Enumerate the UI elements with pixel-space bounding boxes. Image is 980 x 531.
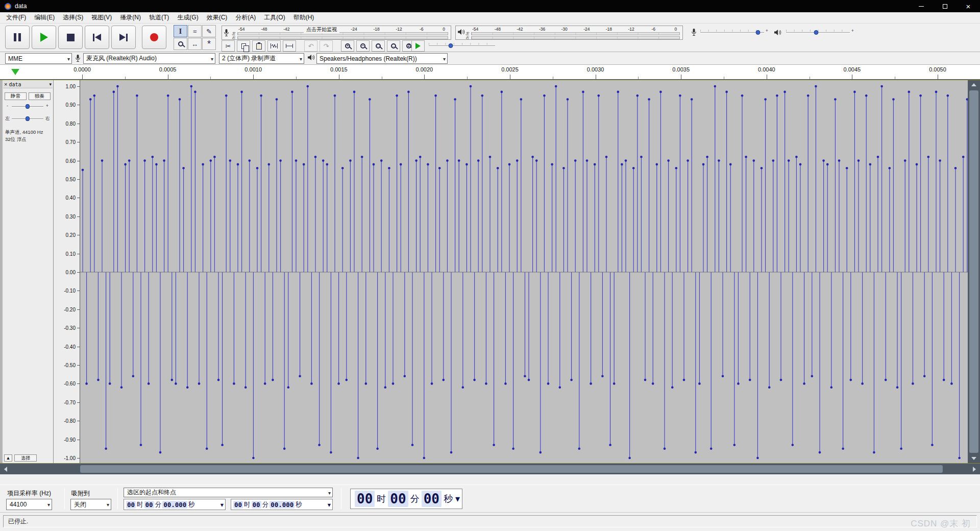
zoom-selection-button[interactable]: □ (372, 40, 385, 52)
selection-start-field[interactable]: 00时 00分 00.000秒 ▾ (124, 499, 226, 510)
minimize-button[interactable] (910, 0, 933, 12)
horizontal-scrollbar[interactable] (0, 464, 980, 474)
scroll-down-button[interactable] (968, 454, 980, 463)
track-menu-caret-icon[interactable]: ▾ (49, 82, 52, 87)
skip-to-start-button[interactable] (85, 26, 109, 49)
hours-value[interactable]: 00 (233, 501, 243, 509)
recording-channels-combobox[interactable]: 2 (立体声) 录制声道▾ (219, 53, 304, 64)
zoom-fit-button[interactable]: ↔ (387, 40, 400, 52)
play-at-speed-button[interactable] (411, 40, 425, 52)
sample-dot (598, 94, 600, 97)
vertical-scroll-thumb[interactable] (969, 90, 978, 453)
menu-item-4[interactable]: 播录(N) (116, 12, 145, 23)
scroll-right-button[interactable] (969, 464, 980, 474)
slider-thumb[interactable] (448, 43, 453, 48)
draw-tool-button[interactable]: ✎ (202, 25, 216, 37)
sample-dot (190, 85, 193, 88)
recording-meter[interactable]: 左右 点击开始监视 -54-48-42-36-30-24-18-12-60 (222, 26, 451, 40)
slider-thumb[interactable] (755, 30, 760, 35)
envelope-tool-button[interactable]: ≈ (188, 25, 202, 37)
silence-button[interactable] (283, 40, 296, 52)
track-header[interactable]: × data ▾ (3, 81, 53, 88)
hours-value[interactable]: 00 (355, 491, 375, 507)
zoom-out-button[interactable]: − (356, 40, 370, 52)
waveform-display[interactable] (80, 80, 968, 463)
seconds-value[interactable]: 00.000 (270, 501, 295, 509)
undo-button[interactable]: ↶ (304, 40, 317, 52)
close-button[interactable]: × (957, 0, 980, 12)
track-close-button[interactable]: × (4, 82, 7, 87)
recording-device-combobox[interactable]: 麦克风 (Realtek(R) Audio)▾ (83, 53, 215, 64)
minutes-value[interactable]: 00 (388, 491, 408, 507)
timeline-tick (852, 75, 852, 79)
vertical-scrollbar[interactable] (968, 80, 980, 463)
trim-button[interactable] (267, 40, 281, 52)
pause-button[interactable] (5, 26, 30, 49)
playback-volume-slider[interactable]: + (786, 30, 850, 36)
recording-volume-slider[interactable]: + (700, 30, 764, 36)
caret-icon[interactable]: ▾ (328, 501, 331, 509)
play-button[interactable] (32, 26, 56, 49)
timeline-tick (510, 75, 510, 79)
menu-item-7[interactable]: 效果(C) (203, 12, 232, 23)
play-speed-slider[interactable] (429, 43, 495, 49)
snap-to-combobox[interactable]: 关闭▾ (70, 499, 111, 510)
menu-item-0[interactable]: 文件(F) (2, 12, 30, 23)
record-button[interactable] (142, 26, 166, 49)
scroll-up-button[interactable] (968, 80, 980, 89)
track-select-button[interactable]: 选择 (14, 454, 37, 462)
horizontal-scroll-thumb[interactable] (80, 465, 943, 473)
menu-item-5[interactable]: 轨道(T) (145, 12, 173, 23)
timeline-ruler[interactable]: 0.00000.00050.00100.00150.00200.00250.00… (0, 65, 980, 80)
amplitude-label: -0.60 (64, 381, 76, 387)
minutes-value[interactable]: 00 (252, 501, 261, 509)
selection-end-field[interactable]: 00时 00分 00.000秒 ▾ (231, 499, 333, 510)
mute-button[interactable]: 静音 (5, 92, 27, 100)
skip-to-end-button[interactable] (111, 26, 136, 49)
seconds-value[interactable]: 00 (422, 491, 442, 507)
vertical-amplitude-ruler[interactable]: 1.000.900.800.700.600.500.400.300.200.10… (54, 80, 80, 463)
sample-dot (943, 379, 945, 381)
monitor-hint-text[interactable]: 点击开始监视 (304, 26, 339, 33)
paste-button[interactable] (252, 40, 265, 52)
menu-item-1[interactable]: 编辑(E) (30, 12, 59, 23)
scroll-left-button[interactable] (0, 464, 11, 474)
zoom-in-button[interactable]: + (341, 40, 354, 52)
redo-button[interactable]: ↷ (320, 40, 333, 52)
project-rate-combobox[interactable]: 44100▾ (6, 499, 52, 510)
slider-thumb[interactable] (26, 116, 30, 121)
slider-thumb[interactable] (26, 104, 30, 109)
selection-tool-button[interactable]: I (174, 25, 187, 37)
slider-thumb[interactable] (814, 30, 818, 35)
caret-icon[interactable]: ▾ (455, 493, 460, 504)
menu-item-3[interactable]: 视图(V) (87, 12, 116, 23)
solo-button[interactable]: 独奏 (29, 92, 51, 100)
minutes-value[interactable]: 00 (144, 501, 154, 509)
zoom-tool-button[interactable] (174, 38, 187, 50)
hours-value[interactable]: 00 (126, 501, 136, 509)
selection-mode-combobox[interactable]: 选区的起点和终点▾ (124, 488, 333, 497)
menu-item-2[interactable]: 选择(S) (59, 12, 87, 23)
track-collapse-button[interactable]: ▲ (4, 454, 12, 462)
timeshift-tool-button[interactable]: ↔ (188, 38, 202, 50)
copy-button[interactable] (237, 40, 250, 52)
menu-item-6[interactable]: 生成(G) (173, 12, 202, 23)
multi-tool-button[interactable]: * (202, 38, 216, 50)
menu-item-10[interactable]: 帮助(H) (289, 12, 318, 23)
audio-position-display[interactable]: 00时 00分 00秒 ▾ (350, 489, 462, 509)
meter-bar-right (471, 36, 680, 39)
seconds-value[interactable]: 00.000 (162, 501, 187, 509)
playback-meter[interactable]: 左右 -54-48-42-36-30-24-18-12-60 (455, 26, 683, 40)
green-playhead-triangle[interactable] (11, 69, 19, 75)
track-pan-slider[interactable]: 左 右 (12, 116, 43, 122)
cut-button[interactable]: ✂ (222, 40, 235, 52)
stop-button[interactable] (58, 26, 83, 49)
audio-host-combobox[interactable]: MME▾ (5, 53, 72, 64)
menu-item-9[interactable]: 工具(O) (260, 12, 289, 23)
caret-icon[interactable]: ▾ (220, 501, 224, 509)
track-gain-slider[interactable]: - + (12, 104, 43, 110)
maximize-button[interactable] (933, 0, 957, 12)
menu-item-8[interactable]: 分析(A) (231, 12, 260, 23)
playback-device-combobox[interactable]: Speakers/Headphones (Realtek(R))▾ (316, 53, 448, 64)
sample-dot (508, 163, 511, 166)
